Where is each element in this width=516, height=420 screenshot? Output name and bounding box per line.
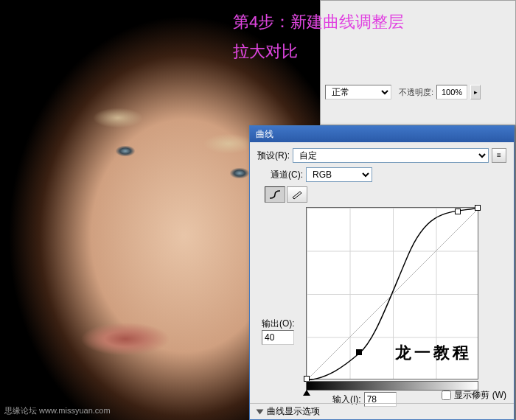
step-annotation: 第4步：新建曲线调整层 拉大对比: [233, 7, 404, 66]
output-value-input[interactable]: [262, 330, 294, 345]
show-clip-label: 显示修剪 (W): [454, 389, 506, 402]
chevron-down-icon: [257, 409, 264, 414]
output-block: 输出(O):: [262, 318, 295, 345]
display-options-expander[interactable]: 曲线显示选项: [250, 403, 514, 419]
preset-select[interactable]: 自定: [293, 148, 489, 163]
preset-label: 预设(R):: [257, 150, 290, 162]
show-clip-row: 显示修剪 (W): [442, 389, 506, 402]
opacity-dropdown-arrow[interactable]: ▸: [470, 85, 481, 99]
curve-point-highlight[interactable]: [455, 209, 461, 214]
blend-mode-select[interactable]: 正常: [325, 85, 391, 99]
page-watermark: 思缘论坛 www.missyuan.com: [4, 405, 111, 416]
channel-label: 通道(C):: [271, 169, 303, 181]
curve-tool-pencil[interactable]: [287, 186, 307, 203]
curve-point-selected[interactable]: [356, 349, 362, 355]
curve-tool-smooth[interactable]: [265, 186, 285, 203]
curve-icon: [268, 189, 282, 200]
opacity-label: 不透明度:: [399, 87, 433, 98]
curve-point-white[interactable]: [475, 205, 481, 211]
output-label: 输出(O):: [262, 318, 295, 330]
expand-label: 曲线显示选项: [267, 405, 320, 418]
curves-dialog: 曲线 预设(R): 自定 ≡ 通道(C): RGB 输出: [249, 125, 515, 420]
opacity-input[interactable]: [436, 85, 467, 99]
pencil-icon: [290, 189, 304, 200]
curves-grid[interactable]: 龙一教程: [306, 207, 478, 379]
show-clip-checkbox[interactable]: [442, 391, 451, 400]
black-slider[interactable]: [303, 390, 310, 396]
dialog-titlebar[interactable]: 曲线: [250, 126, 514, 142]
chart-watermark: 龙一教程: [395, 342, 472, 364]
channel-select[interactable]: RGB: [306, 167, 372, 182]
step-line2: 拉大对比: [233, 37, 404, 66]
dialog-title: 曲线: [256, 129, 273, 139]
preset-menu-button[interactable]: ≡: [492, 148, 506, 163]
curves-chart-area: 输出(O): 龙一教程: [306, 207, 506, 379]
step-line1: 第4步：新建曲线调整层: [233, 7, 404, 37]
